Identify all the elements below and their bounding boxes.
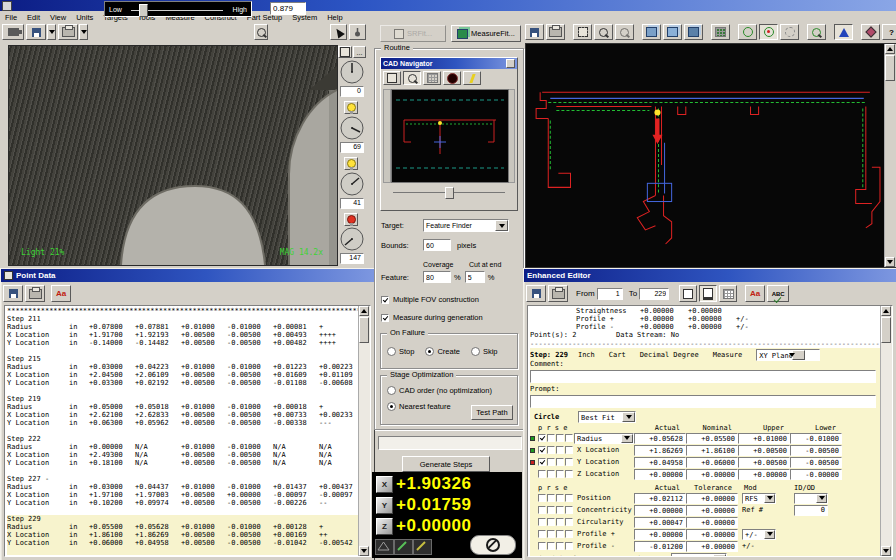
checkbox[interactable] [547,530,555,538]
table-row[interactable]: Y Locationin+0.06000+0.04958+0.00500-0.0… [7,539,358,547]
table-row[interactable]: Y Locationin+0.10200+0.09974+0.00500-0.0… [7,499,358,507]
value-cell[interactable]: +0.00000 [686,469,738,480]
radio-create[interactable] [425,347,434,356]
scroll-down-button[interactable] [881,546,891,556]
table-row[interactable]: Z Location+0.00000+0.00000+0.00000-0.000… [530,468,880,480]
cad-order-option[interactable]: CAD order (no optimization) [387,386,492,395]
table-row[interactable]: X Locationin+1.86100+1.86269+0.00500-0.0… [7,531,358,539]
point-data-body[interactable]: ****************************************… [4,305,371,557]
menu-edit[interactable]: Edit [22,13,45,22]
menu-help[interactable]: Help [322,13,347,22]
value-cell[interactable]: +0.05500 [686,433,738,444]
measurement-select[interactable]: Radius [574,433,634,444]
table-row[interactable]: Concentricity+0.00000+0.00000Ref #0 [530,504,880,516]
view-top-button[interactable] [684,24,703,40]
to-input[interactable] [639,288,669,300]
test-path-button[interactable]: Test Path [471,405,513,420]
checkbox[interactable] [538,542,546,550]
print-dropdown[interactable] [79,24,88,40]
dark-view-button[interactable] [443,71,461,85]
cad-navigator-view[interactable] [391,89,509,183]
nearest-feature-option[interactable]: Nearest feature [387,402,451,411]
window-button[interactable] [506,59,515,68]
autofocus-button[interactable] [254,24,268,40]
value-cell[interactable]: +0.01000 [738,433,790,444]
inspect-zoom-button[interactable] [807,24,826,40]
dropdown-button[interactable] [764,494,775,503]
save-button[interactable] [3,285,23,302]
table-row[interactable]: X Locationin+2.49300N/A+0.00500-0.00500N… [7,451,358,459]
value-cell[interactable]: +1.86269 [634,445,686,456]
shaded-view-button[interactable] [711,24,730,40]
dropdown-button[interactable] [792,350,805,360]
font-button[interactable]: Aa [745,285,765,302]
checkbox[interactable] [556,470,564,478]
checkbox[interactable] [547,506,555,514]
value-cell[interactable]: +0.00000 [686,505,738,516]
threshold-input[interactable] [270,2,306,15]
light-value-1[interactable]: 0 [340,86,364,97]
radio-stop[interactable] [387,347,396,356]
value-cell[interactable]: -0.00500 [790,445,842,456]
table-row[interactable]: Y Location+0.04958+0.06000+0.00500-0.005… [530,456,880,468]
table-row[interactable]: Radiusin+0.00000N/A+0.01000-0.01000N/AN/… [7,443,358,451]
spellcheck-button[interactable]: ABC [767,285,789,302]
value-cell[interactable]: +1.86100 [686,445,738,456]
slider-thumb[interactable] [445,187,454,199]
scroll-up-button[interactable] [359,306,369,316]
help-button[interactable]: ? [882,24,896,40]
multiple-fov-row[interactable]: Multiple FOV construction [381,295,479,304]
checkbox[interactable] [565,506,573,514]
table-row[interactable]: X Locationin+1.97100+1.97003+0.00500+0.0… [7,491,358,499]
checkbox[interactable] [538,446,546,454]
table-row[interactable]: Radiusin+0.07800+0.07881+0.01000-0.01000… [7,323,358,331]
point-data-scrollbar[interactable] [358,306,370,556]
light-value-2[interactable]: 69 [340,142,364,153]
view-compact-button[interactable] [679,285,697,302]
checkbox[interactable] [565,518,573,526]
table-row[interactable]: Y Locationin+0.18100N/A+0.00500-0.00500N… [7,459,358,467]
value-cell[interactable]: +0.00500 [738,457,790,468]
srfit-button[interactable]: SRFit... [380,25,446,42]
cad-view-scrollbar[interactable] [884,44,896,267]
cut-input[interactable] [465,271,485,283]
dropdown-button[interactable] [764,530,775,539]
light-value-3[interactable]: 41 [340,198,364,209]
dropdown-button[interactable] [622,412,635,422]
enhanced-editor-scrollbar[interactable] [880,306,892,556]
view-normal-button[interactable] [699,285,717,302]
checkbox[interactable] [565,530,573,538]
value-cell[interactable]: +0.00000 [686,529,738,540]
light-panel-button[interactable] [338,46,352,58]
axis-z-button[interactable]: Z [376,518,393,535]
emergency-stop-button[interactable] [470,535,516,555]
light-more-button[interactable]: ... [353,46,366,58]
cad-navigator-titlebar[interactable]: CAD Navigator [381,58,517,69]
mod-select[interactable]: +/- [742,529,776,540]
video-view[interactable]: Light 21% MAG 14.2x [8,45,338,266]
scroll-thumb[interactable] [885,55,895,81]
value-cell[interactable]: -0.01200 [634,541,686,552]
checkbox[interactable] [565,494,573,502]
table-row[interactable]: Radius+0.05628+0.05500+0.01000-0.01000 [530,432,880,444]
axis-x-button[interactable]: X [376,476,393,493]
checkbox[interactable] [547,470,555,478]
pointer-tool-button[interactable] [330,24,347,40]
checkbox[interactable] [556,434,564,442]
light-level-slider[interactable]: Low High [104,1,252,17]
value-cell[interactable]: +0.00000 [634,469,686,480]
table-row[interactable]: Y Locationin+0.06300+0.05962+0.00500-0.0… [7,419,358,427]
table-row[interactable]: X Location+1.86269+1.86100+0.00500-0.005… [530,444,880,456]
checkbox[interactable] [556,542,564,550]
font-button[interactable]: Aa [51,285,71,302]
pan-left-strip[interactable] [383,89,391,183]
enhanced-editor-body[interactable]: Straightness+0.00000+0.00000Profile ++0.… [527,305,893,557]
preset-button-2[interactable] [413,539,432,555]
slider-thumb[interactable] [139,4,148,17]
scroll-up-button[interactable] [881,306,891,316]
value-cell[interactable]: +0.00000 [686,493,738,504]
circle-mode-button[interactable] [738,24,757,40]
scroll-up-button[interactable] [885,44,895,54]
measure-during-row[interactable]: Measure during generation [381,313,483,322]
checkbox[interactable] [565,446,573,454]
